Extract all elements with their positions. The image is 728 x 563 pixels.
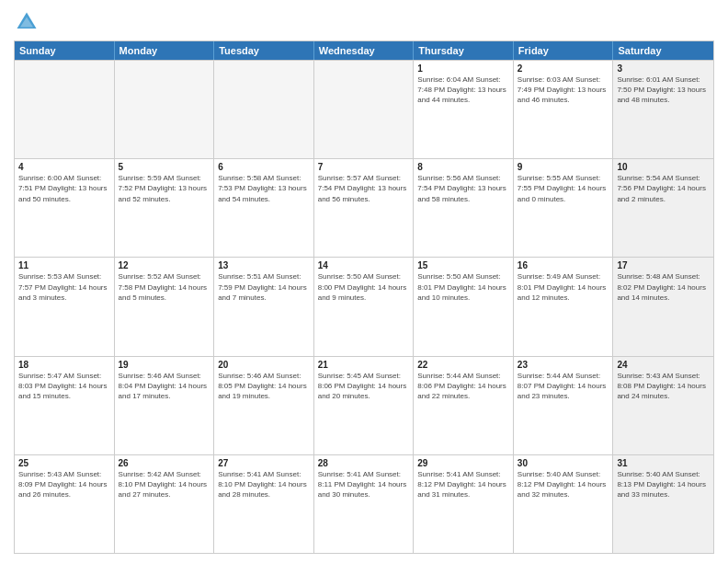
day-cell-5: 5Sunrise: 5:59 AM Sunset: 7:52 PM Daylig…	[115, 159, 215, 257]
day-cell-24: 24Sunrise: 5:43 AM Sunset: 8:08 PM Dayli…	[613, 357, 713, 454]
day-info: Sunrise: 5:53 AM Sunset: 7:57 PM Dayligh…	[18, 271, 110, 303]
day-number: 31	[617, 458, 710, 468]
day-number: 21	[318, 360, 410, 370]
day-cell-1: 1Sunrise: 6:04 AM Sunset: 7:48 PM Daylig…	[414, 61, 514, 158]
empty-cell-0-1	[115, 61, 215, 158]
day-number: 5	[119, 162, 210, 172]
day-cell-10: 10Sunrise: 5:54 AM Sunset: 7:56 PM Dayli…	[613, 159, 713, 257]
day-number: 26	[119, 458, 210, 468]
day-number: 17	[617, 260, 710, 270]
day-info: Sunrise: 5:55 AM Sunset: 7:55 PM Dayligh…	[518, 173, 609, 204]
day-info: Sunrise: 5:44 AM Sunset: 8:06 PM Dayligh…	[417, 371, 509, 402]
logo-icon	[14, 9, 40, 35]
day-info: Sunrise: 5:46 AM Sunset: 8:05 PM Dayligh…	[218, 371, 310, 402]
day-info: Sunrise: 5:44 AM Sunset: 8:07 PM Dayligh…	[518, 371, 609, 402]
day-number: 7	[318, 162, 410, 172]
calendar-header: SundayMondayTuesdayWednesdayThursdayFrid…	[15, 41, 713, 60]
day-cell-20: 20Sunrise: 5:46 AM Sunset: 8:05 PM Dayli…	[214, 357, 314, 454]
day-number: 8	[417, 162, 509, 172]
day-number: 9	[518, 162, 609, 172]
day-number: 30	[518, 458, 609, 468]
day-cell-8: 8Sunrise: 5:56 AM Sunset: 7:54 PM Daylig…	[414, 159, 514, 257]
day-info: Sunrise: 5:52 AM Sunset: 7:58 PM Dayligh…	[119, 271, 210, 303]
day-cell-18: 18Sunrise: 5:47 AM Sunset: 8:03 PM Dayli…	[15, 357, 115, 454]
day-cell-22: 22Sunrise: 5:44 AM Sunset: 8:06 PM Dayli…	[414, 357, 514, 454]
day-cell-21: 21Sunrise: 5:45 AM Sunset: 8:06 PM Dayli…	[314, 357, 415, 454]
day-number: 18	[18, 360, 110, 370]
header	[14, 9, 714, 35]
day-info: Sunrise: 5:49 AM Sunset: 8:01 PM Dayligh…	[518, 271, 609, 303]
day-cell-13: 13Sunrise: 5:51 AM Sunset: 7:59 PM Dayli…	[214, 258, 314, 355]
day-cell-14: 14Sunrise: 5:50 AM Sunset: 8:00 PM Dayli…	[314, 258, 415, 355]
day-info: Sunrise: 5:47 AM Sunset: 8:03 PM Dayligh…	[18, 371, 110, 402]
day-info: Sunrise: 6:00 AM Sunset: 7:51 PM Dayligh…	[18, 173, 110, 204]
day-number: 25	[18, 458, 110, 468]
calendar-row-0: 1Sunrise: 6:04 AM Sunset: 7:48 PM Daylig…	[15, 60, 713, 158]
day-number: 13	[218, 260, 310, 270]
day-cell-12: 12Sunrise: 5:52 AM Sunset: 7:58 PM Dayli…	[115, 258, 215, 355]
day-cell-2: 2Sunrise: 6:03 AM Sunset: 7:49 PM Daylig…	[514, 61, 614, 158]
day-info: Sunrise: 5:43 AM Sunset: 8:08 PM Dayligh…	[617, 371, 710, 402]
day-info: Sunrise: 5:51 AM Sunset: 7:59 PM Dayligh…	[218, 271, 310, 303]
day-info: Sunrise: 5:41 AM Sunset: 8:11 PM Dayligh…	[318, 469, 410, 500]
day-cell-3: 3Sunrise: 6:01 AM Sunset: 7:50 PM Daylig…	[613, 61, 713, 158]
day-info: Sunrise: 5:58 AM Sunset: 7:53 PM Dayligh…	[218, 173, 310, 204]
day-cell-11: 11Sunrise: 5:53 AM Sunset: 7:57 PM Dayli…	[15, 258, 115, 355]
day-cell-30: 30Sunrise: 5:40 AM Sunset: 8:12 PM Dayli…	[514, 455, 614, 553]
empty-cell-0-0	[15, 61, 115, 158]
day-cell-23: 23Sunrise: 5:44 AM Sunset: 8:07 PM Dayli…	[514, 357, 614, 454]
day-number: 11	[18, 260, 110, 270]
day-number: 10	[617, 162, 710, 172]
empty-cell-0-2	[214, 61, 314, 158]
weekday-header-thursday: Thursday	[414, 41, 514, 60]
day-number: 20	[218, 360, 310, 370]
weekday-header-saturday: Saturday	[613, 41, 713, 60]
calendar: SundayMondayTuesdayWednesdayThursdayFrid…	[14, 40, 714, 554]
day-cell-4: 4Sunrise: 6:00 AM Sunset: 7:51 PM Daylig…	[15, 159, 115, 257]
calendar-row-2: 11Sunrise: 5:53 AM Sunset: 7:57 PM Dayli…	[15, 257, 713, 355]
day-info: Sunrise: 5:56 AM Sunset: 7:54 PM Dayligh…	[417, 173, 509, 204]
weekday-header-wednesday: Wednesday	[314, 41, 415, 60]
logo	[14, 9, 43, 35]
day-cell-7: 7Sunrise: 5:57 AM Sunset: 7:54 PM Daylig…	[314, 159, 415, 257]
day-info: Sunrise: 5:42 AM Sunset: 8:10 PM Dayligh…	[119, 469, 210, 500]
calendar-row-4: 25Sunrise: 5:43 AM Sunset: 8:09 PM Dayli…	[15, 454, 713, 553]
day-number: 12	[119, 260, 210, 270]
day-number: 3	[617, 63, 710, 74]
calendar-row-1: 4Sunrise: 6:00 AM Sunset: 7:51 PM Daylig…	[15, 158, 713, 257]
day-cell-31: 31Sunrise: 5:40 AM Sunset: 8:13 PM Dayli…	[613, 455, 713, 553]
day-cell-27: 27Sunrise: 5:41 AM Sunset: 8:10 PM Dayli…	[214, 455, 314, 553]
day-info: Sunrise: 5:46 AM Sunset: 8:04 PM Dayligh…	[119, 371, 210, 402]
day-number: 1	[417, 63, 509, 74]
day-info: Sunrise: 5:50 AM Sunset: 8:01 PM Dayligh…	[417, 271, 509, 303]
day-number: 2	[518, 63, 609, 74]
day-cell-15: 15Sunrise: 5:50 AM Sunset: 8:01 PM Dayli…	[414, 258, 514, 355]
weekday-header-sunday: Sunday	[15, 41, 115, 60]
day-info: Sunrise: 5:59 AM Sunset: 7:52 PM Dayligh…	[119, 173, 210, 204]
weekday-header-monday: Monday	[115, 41, 215, 60]
day-info: Sunrise: 5:40 AM Sunset: 8:12 PM Dayligh…	[518, 469, 609, 500]
day-cell-16: 16Sunrise: 5:49 AM Sunset: 8:01 PM Dayli…	[514, 258, 614, 355]
day-info: Sunrise: 6:04 AM Sunset: 7:48 PM Dayligh…	[417, 75, 509, 106]
day-info: Sunrise: 5:40 AM Sunset: 8:13 PM Dayligh…	[617, 469, 710, 500]
day-number: 16	[518, 260, 609, 270]
day-number: 27	[218, 458, 310, 468]
page: SundayMondayTuesdayWednesdayThursdayFrid…	[0, 0, 728, 563]
day-info: Sunrise: 5:41 AM Sunset: 8:12 PM Dayligh…	[417, 469, 509, 500]
day-info: Sunrise: 5:43 AM Sunset: 8:09 PM Dayligh…	[18, 469, 110, 500]
day-cell-28: 28Sunrise: 5:41 AM Sunset: 8:11 PM Dayli…	[314, 455, 415, 553]
calendar-row-3: 18Sunrise: 5:47 AM Sunset: 8:03 PM Dayli…	[15, 356, 713, 454]
day-number: 29	[417, 458, 509, 468]
day-info: Sunrise: 5:48 AM Sunset: 8:02 PM Dayligh…	[617, 271, 710, 303]
empty-cell-0-3	[314, 61, 415, 158]
day-number: 14	[318, 260, 410, 270]
day-cell-17: 17Sunrise: 5:48 AM Sunset: 8:02 PM Dayli…	[613, 258, 713, 355]
day-info: Sunrise: 5:54 AM Sunset: 7:56 PM Dayligh…	[617, 173, 710, 204]
day-info: Sunrise: 5:50 AM Sunset: 8:00 PM Dayligh…	[318, 271, 410, 303]
day-info: Sunrise: 6:01 AM Sunset: 7:50 PM Dayligh…	[617, 75, 710, 106]
day-cell-26: 26Sunrise: 5:42 AM Sunset: 8:10 PM Dayli…	[115, 455, 215, 553]
day-cell-25: 25Sunrise: 5:43 AM Sunset: 8:09 PM Dayli…	[15, 455, 115, 553]
day-number: 22	[417, 360, 509, 370]
day-info: Sunrise: 5:57 AM Sunset: 7:54 PM Dayligh…	[318, 173, 410, 204]
day-cell-19: 19Sunrise: 5:46 AM Sunset: 8:04 PM Dayli…	[115, 357, 215, 454]
